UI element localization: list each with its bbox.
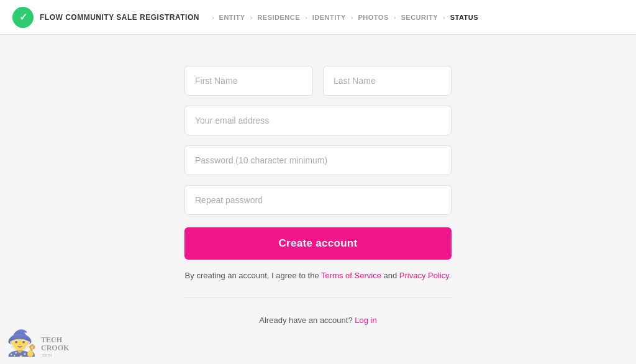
nav-steps: › ENTITY › RESIDENCE › IDENTITY › PHOTOS… xyxy=(212,14,481,21)
watermark: 🧙 TECHCROOK .com xyxy=(6,329,69,358)
logo: ✓ xyxy=(12,7,34,28)
registration-form: Create account By creating an account, I… xyxy=(184,66,452,325)
nav-step-status[interactable]: STATUS xyxy=(448,14,481,21)
chevron-icon-2: › xyxy=(250,14,253,21)
chevron-icon-6: › xyxy=(443,14,445,21)
chevron-icon-4: › xyxy=(351,14,353,21)
email-input[interactable] xyxy=(184,106,452,135)
login-row: Already have an account? Log in xyxy=(184,308,452,325)
divider xyxy=(184,298,452,298)
first-name-input[interactable] xyxy=(184,66,313,96)
repeat-password-input[interactable] xyxy=(184,185,452,215)
chevron-icon-1: › xyxy=(212,14,214,21)
name-row xyxy=(184,66,452,96)
terms-text: By creating an account, I agree to the T… xyxy=(184,270,452,283)
chevron-icon-5: › xyxy=(394,14,396,21)
nav-step-photos[interactable]: PHOTOS xyxy=(356,14,391,21)
header: ✓ FLOW COMMUNITY SALE REGISTRATION › ENT… xyxy=(0,0,636,35)
watermark-figure-icon: 🧙 xyxy=(6,329,37,358)
terms-of-service-link[interactable]: Terms of Service xyxy=(321,271,381,280)
watermark-sub: .com xyxy=(41,352,69,358)
watermark-brand: TECHCROOK xyxy=(41,336,69,352)
last-name-input[interactable] xyxy=(323,66,452,96)
logo-icon: ✓ xyxy=(19,11,27,23)
main-content: Create account By creating an account, I… xyxy=(0,35,636,350)
app-title: FLOW COMMUNITY SALE REGISTRATION xyxy=(40,13,199,22)
nav-step-security[interactable]: SECURITY xyxy=(398,14,440,21)
login-link[interactable]: Log in xyxy=(355,316,376,325)
chevron-icon-3: › xyxy=(305,14,307,21)
password-input[interactable] xyxy=(184,145,452,175)
nav-step-identity[interactable]: IDENTITY xyxy=(310,14,348,21)
privacy-policy-link[interactable]: Privacy Policy xyxy=(399,271,449,280)
create-account-button[interactable]: Create account xyxy=(184,227,452,260)
nav-step-residence[interactable]: RESIDENCE xyxy=(255,14,302,21)
nav-step-entity[interactable]: ENTITY xyxy=(217,14,248,21)
